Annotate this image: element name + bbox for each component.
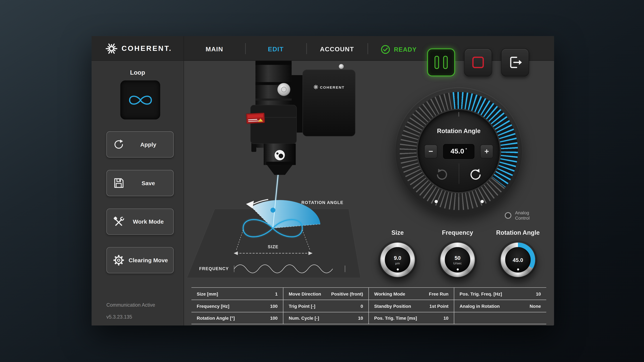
- loop-label: Loop: [92, 69, 184, 76]
- param-value: 0: [360, 304, 363, 309]
- tools-icon: [112, 215, 125, 228]
- knob-marker-dot: [517, 268, 519, 271]
- param-value: 100: [270, 304, 278, 309]
- rotation-angle-caption: ROTATION ANGLE: [302, 200, 344, 205]
- param-label: Rotation Angle [°]: [197, 316, 235, 321]
- ready-label: READY: [394, 46, 417, 53]
- dial-title: Rotation Angle: [418, 127, 499, 134]
- degree-unit: °: [465, 147, 467, 152]
- size-knob[interactable]: 9.0 µm: [378, 241, 417, 279]
- knob-marker-dot: [396, 268, 399, 271]
- exit-button[interactable]: [501, 48, 529, 76]
- brand: COHERENT.: [106, 36, 172, 61]
- param-label: Num. Cycle [-]: [289, 316, 319, 321]
- param-value: None: [530, 304, 541, 309]
- apply-button[interactable]: Apply: [106, 131, 174, 157]
- rotation-direction-arrow: [246, 201, 254, 208]
- desktop-background: COHERENT. MAIN EDIT ACCOUNT READY Loop: [0, 0, 644, 362]
- save-floppy-icon: [112, 177, 125, 189]
- gear-icon: [112, 254, 125, 266]
- ready-status: READY: [381, 37, 417, 62]
- param-cell: Size [mm]1: [192, 287, 283, 300]
- knob-unit: U/sec: [453, 261, 462, 265]
- analog-control: Analog Control: [505, 210, 530, 221]
- loop-mode-button[interactable]: [120, 80, 160, 119]
- pause-icon: [434, 56, 448, 69]
- param-label: Size [mm]: [197, 291, 218, 296]
- sidebar-divider: [184, 36, 184, 325]
- work-mode-label: Work Mode: [125, 218, 174, 225]
- rotation-increase-button[interactable]: +: [480, 144, 493, 158]
- param-value: 10: [536, 291, 541, 296]
- dial-div: [459, 163, 459, 184]
- rotate-cw-icon[interactable]: [436, 167, 449, 181]
- rotation-dial[interactable]: Rotation Angle − 45.0° +: [395, 87, 522, 215]
- dial-marker-dot: [434, 200, 438, 203]
- clearing-move-label: Clearing Move: [125, 257, 174, 264]
- param-cell: Standby Position1st Point: [368, 300, 454, 312]
- param-value: 100: [270, 316, 278, 321]
- param-label: Standby Position: [374, 304, 411, 309]
- param-value: Positive (front): [331, 291, 363, 296]
- knob-value: 50: [454, 255, 460, 261]
- param-cell: Pos. Trig. Time [ms]10: [368, 312, 454, 324]
- frequency-caption: FREQUENCY: [199, 266, 229, 271]
- knob-marker-dot: [456, 268, 458, 271]
- rotation-value: 45.0: [450, 147, 464, 156]
- ready-check-icon: [381, 44, 390, 54]
- work-mode-button[interactable]: Work Mode: [106, 209, 174, 235]
- communication-status: Communication Active: [106, 302, 155, 308]
- save-label: Save: [125, 180, 174, 186]
- laser-warning-label: [246, 113, 265, 124]
- rotation-decrease-button[interactable]: −: [424, 144, 438, 158]
- param-cell: Working ModeFree Run: [368, 287, 454, 300]
- param-cell: Pos. Trig. Freq. [Hz]10: [454, 287, 546, 300]
- rotation-angle-knob[interactable]: 45.0: [498, 241, 537, 279]
- knob-value: 45.0: [513, 257, 523, 263]
- stop-icon: [472, 57, 484, 68]
- knob-label-frequency: Frequency: [429, 229, 486, 236]
- param-cell: Num. Cycle [-]10: [283, 312, 368, 324]
- param-label: Pos. Trig. Freq. [Hz]: [460, 291, 502, 296]
- dial-marker-dot: [480, 200, 484, 203]
- param-label: Working Mode: [374, 291, 405, 296]
- analog-control-radio[interactable]: [505, 212, 511, 219]
- param-value: Free Run: [429, 291, 448, 296]
- rotate-ccw-icon[interactable]: [468, 167, 482, 181]
- dial-top-notch: [458, 112, 459, 116]
- app-window: COHERENT. MAIN EDIT ACCOUNT READY Loop: [92, 36, 554, 325]
- nozzle: [267, 165, 292, 175]
- laser-head: COHERENT: [246, 61, 355, 175]
- size-caption: SIZE: [268, 244, 278, 249]
- version-label: v5.3.23.135: [106, 314, 132, 320]
- param-label: Frequency [Hz]: [197, 304, 230, 309]
- clearing-move-button[interactable]: Clearing Move: [106, 247, 174, 273]
- param-value: 1: [275, 291, 278, 296]
- knob-label-rotation-angle: Rotation Angle: [485, 229, 551, 236]
- analog-label-line1: Analog: [515, 210, 530, 215]
- parameter-table: Size [mm]1 Move DirectionPositive (front…: [192, 287, 546, 324]
- infinity-loop-icon: [125, 92, 156, 108]
- tab-account[interactable]: ACCOUNT: [306, 36, 368, 61]
- coherent-logo-icon: [106, 42, 118, 54]
- param-cell: Rotation Angle [°]100: [192, 312, 283, 324]
- stop-button[interactable]: [464, 48, 492, 76]
- tab-main[interactable]: MAIN: [184, 36, 245, 61]
- exit-door-icon: [507, 54, 523, 70]
- knob-face: 45.0: [505, 247, 531, 273]
- param-value: 1st Point: [430, 304, 448, 309]
- analog-label-line2: Control: [515, 215, 530, 221]
- nav-divider: [368, 43, 368, 54]
- knob-unit: µm: [395, 261, 400, 265]
- beam-focus-dot: [270, 208, 276, 213]
- rotation-value-display: 45.0°: [443, 144, 474, 159]
- pause-button[interactable]: [427, 48, 455, 76]
- save-button[interactable]: Save: [106, 170, 174, 196]
- param-value: 10: [358, 316, 363, 321]
- knob-label-size: Size: [369, 229, 426, 236]
- param-cell: Analog in RotationNone: [454, 300, 546, 312]
- tab-edit[interactable]: EDIT: [245, 36, 306, 61]
- frequency-knob[interactable]: 50 U/sec: [438, 241, 477, 279]
- apply-refresh-icon: [112, 138, 125, 151]
- param-cell: Trig Point [-]0: [283, 300, 368, 312]
